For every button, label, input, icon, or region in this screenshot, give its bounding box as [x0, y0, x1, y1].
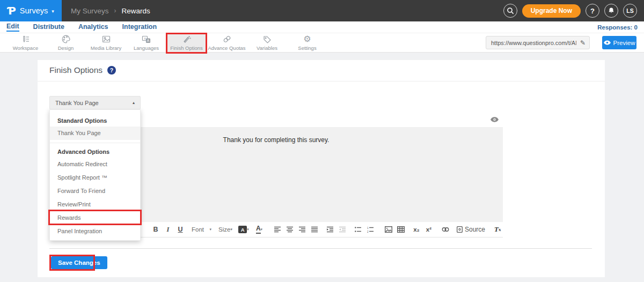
tab-edit[interactable]: Edit	[6, 23, 19, 32]
product-name: Surveys	[20, 6, 48, 15]
bold-button[interactable]: B	[150, 224, 161, 235]
outdent-icon	[339, 226, 346, 233]
font-select-label: Font	[192, 226, 204, 233]
tab-integration[interactable]: Integration	[122, 23, 157, 31]
align-center-button[interactable]	[285, 224, 296, 235]
increase-indent-button[interactable]	[325, 224, 336, 235]
settings-gear-icon: ⚙	[303, 35, 311, 44]
chevron-down-icon: ▾	[247, 227, 249, 232]
avatar[interactable]: LS	[623, 4, 637, 18]
tab-distribute[interactable]: Distribute	[33, 23, 64, 31]
justify-button[interactable]	[310, 224, 320, 235]
size-select-label: Size	[218, 226, 230, 233]
underline-button[interactable]: U	[175, 224, 186, 235]
dropdown-item-thank-you-page[interactable]: Thank You Page	[50, 127, 140, 140]
page-title-row: Finish Options ?	[49, 65, 116, 75]
insert-link-button[interactable]	[440, 224, 451, 235]
svg-text:1: 1	[367, 227, 369, 229]
dropdown-item-panel-integration[interactable]: Panel Integration	[50, 225, 140, 238]
product-switcher[interactable]: Ƥ Surveys ▾	[0, 0, 62, 21]
tab-analytics[interactable]: Analytics	[78, 23, 108, 31]
text-color-letter: A	[256, 225, 261, 233]
search-button[interactable]	[503, 4, 517, 18]
notifications-button[interactable]	[604, 4, 618, 18]
finish-option-select[interactable]: Thank You Page ▴	[49, 96, 141, 109]
toolbar-item-design[interactable]: Design	[46, 33, 86, 52]
svg-text:2: 2	[367, 231, 369, 233]
toolbar-item-media-library[interactable]: Media Library	[86, 33, 126, 52]
questionpro-logo-icon: Ƥ	[8, 5, 16, 16]
align-right-button[interactable]	[297, 224, 308, 235]
preview-button[interactable]: Preview	[602, 36, 636, 49]
dropdown-item-forward-to-friend[interactable]: Forward To Friend	[50, 184, 140, 198]
insert-table-button[interactable]	[396, 224, 406, 235]
dropdown-item-automatic-redirect[interactable]: Automatic Redirect	[50, 158, 140, 171]
decrease-indent-button[interactable]	[338, 224, 348, 235]
toggle-visibility-eye-icon[interactable]	[491, 117, 499, 122]
survey-url-field: ✎	[486, 36, 590, 49]
link-chain-icon	[442, 227, 449, 232]
footer-divider	[49, 248, 592, 249]
toolbar-item-label: Media Library	[91, 45, 122, 51]
indent-icon	[327, 226, 334, 233]
justify-icon	[311, 226, 318, 233]
toolbar-item-label: Design	[58, 45, 74, 51]
align-left-icon	[274, 226, 281, 233]
dropdown-item-review-print[interactable]: Review/Print	[50, 198, 140, 211]
italic-button[interactable]: I	[163, 224, 173, 235]
help-button[interactable]: ?	[586, 4, 599, 18]
toolbar-item-label: Advance Quotas	[208, 45, 245, 51]
chevron-down-icon: ▾	[230, 227, 232, 232]
toolbar-item-settings[interactable]: ⚙ Settings	[287, 33, 327, 52]
toolbar-item-label: Finish Options	[170, 45, 203, 51]
languages-icon: xA	[142, 35, 151, 44]
chevron-down-icon: ▾	[210, 227, 212, 232]
source-button[interactable]: Source	[457, 226, 485, 233]
background-color-button[interactable]: A ▾	[238, 224, 249, 235]
title-divider	[38, 81, 605, 81]
align-left-button[interactable]	[273, 224, 283, 235]
dropdown-item-spotlight-report[interactable]: Spotlight Report ™	[50, 171, 140, 184]
toolbar-item-label: Settings	[298, 45, 316, 51]
edit-url-pencil-icon[interactable]: ✎	[580, 39, 586, 47]
toolbar-item-workspace[interactable]: Workspace	[5, 33, 46, 52]
remove-format-T: T	[494, 225, 499, 234]
toolbar-item-label: Workspace	[13, 45, 38, 51]
toolbar-item-advance-quotas[interactable]: Advance Quotas	[207, 33, 247, 52]
toolbar-item-label: Languages	[134, 45, 159, 51]
source-label: Source	[465, 226, 485, 233]
dropdown-item-rewards[interactable]: Rewards	[50, 211, 140, 225]
superscript-button[interactable]: x²	[423, 224, 434, 235]
bulleted-list-button[interactable]	[353, 224, 364, 235]
preview-label: Preview	[613, 40, 635, 46]
breadcrumb-separator: ›	[114, 7, 116, 14]
toolbar-item-finish-options[interactable]: Finish Options	[166, 33, 207, 52]
source-doc-icon	[457, 226, 463, 233]
numbered-list-button[interactable]: 12	[365, 224, 376, 235]
eye-icon	[604, 40, 611, 45]
dropdown-divider	[50, 143, 140, 143]
insert-image-button[interactable]	[383, 224, 394, 235]
responses-count[interactable]: Responses: 0	[597, 24, 638, 31]
save-changes-button[interactable]: Save Changes	[51, 256, 107, 269]
bulleted-list-icon	[355, 226, 362, 233]
background-color-chip: A	[238, 226, 247, 233]
breadcrumb: My Surveys › Rewards	[71, 7, 150, 15]
remove-format-button[interactable]: Tx	[492, 224, 503, 235]
subscript-button[interactable]: x₂	[411, 224, 422, 235]
page-help-icon[interactable]: ?	[107, 66, 116, 75]
page-title: Finish Options	[49, 65, 103, 75]
image-icon	[385, 226, 392, 233]
toolbar-item-languages[interactable]: xA Languages	[126, 33, 166, 52]
size-select[interactable]: Size ▾	[218, 224, 232, 235]
toolbar-item-variables[interactable]: Variables	[247, 33, 287, 52]
numbered-list-icon: 12	[367, 226, 374, 233]
toolbar-item-label: Variables	[257, 45, 277, 51]
font-select[interactable]: Font ▾	[192, 224, 211, 235]
align-center-icon	[287, 226, 294, 233]
finish-options-dropdown-menu: Standard Options Thank You Page Advanced…	[49, 109, 141, 241]
text-color-button[interactable]: A ▾	[254, 224, 265, 235]
breadcrumb-my-surveys[interactable]: My Surveys	[71, 7, 109, 15]
survey-url-input[interactable]	[490, 39, 577, 47]
upgrade-now-button[interactable]: Upgrade Now	[522, 4, 581, 18]
